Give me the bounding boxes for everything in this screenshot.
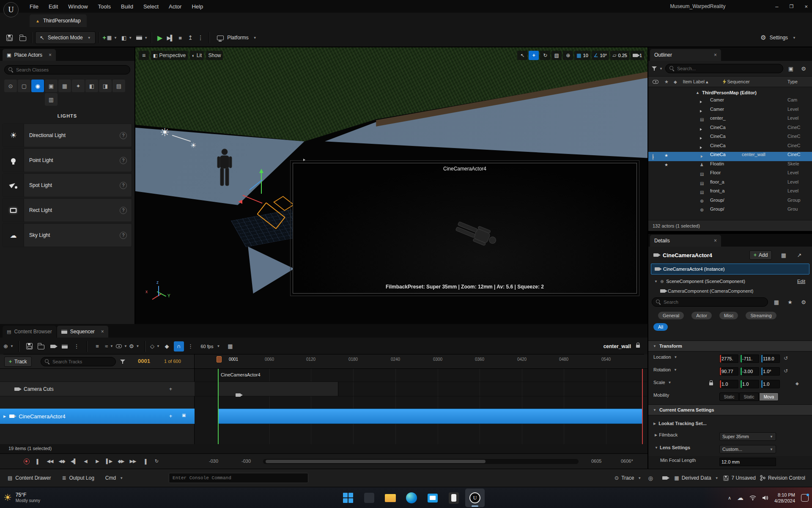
details-settings-icon[interactable]: ⚙ <box>798 297 809 307</box>
unsaved-button[interactable]: 7 Unsaved <box>723 475 756 481</box>
epic-games-icon[interactable] <box>444 489 464 507</box>
view-range-end-field[interactable]: 0606* <box>621 459 633 464</box>
timeline-scrollbar[interactable] <box>263 459 579 464</box>
previous-key-button[interactable]: ◀◆ <box>58 459 65 464</box>
location-label-dropdown[interactable]: Location▼ <box>653 354 678 360</box>
scale-lock-icon[interactable] <box>709 382 713 385</box>
scale-label-dropdown[interactable]: Scale▼ <box>653 380 671 385</box>
playback-start-field[interactable]: -030 <box>241 459 251 464</box>
insights-icon[interactable]: ◎ <box>645 473 656 483</box>
item-label-column[interactable]: Item Label ▴ <box>683 79 708 85</box>
track-filter-icon[interactable] <box>120 360 126 364</box>
viewport-options-icon[interactable]: ≡ <box>139 51 149 60</box>
details-search[interactable] <box>652 297 768 307</box>
filter-streaming[interactable]: Streaming <box>746 312 776 319</box>
binding-icon[interactable]: ▣ <box>182 413 186 417</box>
reset-location-icon[interactable]: ↺ <box>784 355 788 361</box>
menu-window[interactable]: Window <box>63 0 93 13</box>
edit-link[interactable]: Edit <box>797 279 805 284</box>
favorite-icon[interactable]: ★ <box>664 162 668 167</box>
scale-y-field[interactable]: 1.0 <box>740 380 759 388</box>
start-button[interactable] <box>338 489 358 507</box>
gizmo-axis-red[interactable] <box>242 195 262 204</box>
go-to-end-button[interactable]: ▶▶ <box>129 459 136 464</box>
track-search[interactable] <box>41 357 116 366</box>
minimize-button[interactable]: – <box>775 3 778 10</box>
outliner-root-row[interactable]: ▲ ThirdPersonMap (Editor) <box>648 88 812 97</box>
lights-category-icon[interactable]: ◉ <box>31 80 44 92</box>
pin-column-icon[interactable]: ◆ <box>674 80 677 84</box>
close-icon[interactable]: × <box>49 52 52 58</box>
reset-rotation-icon[interactable]: ↺ <box>784 368 788 374</box>
geometry-category-icon[interactable]: ◧ <box>85 80 98 92</box>
clock-widget[interactable]: 8:10 PM 4/28/2024 <box>774 492 795 504</box>
type-column[interactable]: Type <box>787 79 798 84</box>
transform-section-header[interactable]: ▼Transform <box>648 340 812 351</box>
filter-general[interactable]: General <box>658 312 684 319</box>
all-classes-category-icon[interactable]: ▤ <box>112 80 125 92</box>
file-explorer-icon[interactable] <box>381 489 400 507</box>
store-icon[interactable] <box>423 489 442 507</box>
move-tool-icon[interactable]: + <box>529 51 539 60</box>
sequencer-column[interactable]: Sequencer <box>723 79 750 84</box>
launch-button[interactable]: ↥ <box>185 33 195 43</box>
editor-mode-dropdown[interactable]: ↖ Selection Mode ▼ <box>35 31 96 44</box>
favorite-column-icon[interactable]: ★ <box>664 79 669 85</box>
skip-frame-button[interactable]: ▶▌ <box>165 33 175 43</box>
outliner-row[interactable]: CineCaCineC <box>648 125 812 134</box>
mobility-static-1[interactable]: Static <box>719 393 739 401</box>
visibility-column-icon[interactable] <box>653 80 658 84</box>
loop-button[interactable]: ↻ <box>153 459 160 464</box>
lens-preset-dropdown[interactable]: Custom...▼ <box>719 445 776 453</box>
save-sequence-icon[interactable] <box>24 341 34 351</box>
render-movie-icon[interactable] <box>60 341 70 351</box>
add-track-button[interactable]: +Track <box>4 357 32 367</box>
next-key-button[interactable]: ◆▶ <box>118 459 124 464</box>
next-frame-button[interactable]: ▌▶ <box>106 459 112 464</box>
camera-icon[interactable] <box>236 393 241 397</box>
location-y-field[interactable]: -711. <box>740 354 759 363</box>
outliner-row[interactable]: ★ ♟ FloatinSkele <box>648 161 812 170</box>
filmback-label[interactable]: ▶Filmback <box>653 432 678 437</box>
derived-data-dropdown[interactable]: ▦ Derived Data▼ <box>674 475 718 481</box>
view-range-start-field[interactable]: -030 <box>209 459 218 464</box>
scene-component-row[interactable]: ▼ ⊕ SceneComponent (SceneComponent) Edit <box>651 276 809 286</box>
close-icon[interactable]: × <box>101 329 104 335</box>
record-button[interactable] <box>24 459 30 464</box>
lens-settings-label[interactable]: ▼Lens Settings <box>653 445 690 450</box>
trace-dropdown[interactable]: ⊙ Trace▼ <box>614 475 641 481</box>
taskbar-app-icon[interactable] <box>359 489 379 507</box>
snap-keys-toggle[interactable]: ∩ <box>174 341 184 351</box>
keyframe-icon[interactable]: ◆ <box>796 381 799 386</box>
outliner-settings-icon[interactable]: ⚙ <box>798 63 809 74</box>
play-reverse-button[interactable]: ◀ <box>82 459 89 464</box>
console-input[interactable] <box>173 475 304 481</box>
weather-widget[interactable]: ☀ 75°F Mostly sunny <box>3 489 40 506</box>
visibility-dropdown[interactable]: ▼ <box>116 341 127 351</box>
revision-control-button[interactable]: Revision Control <box>760 475 805 481</box>
blueprints-dropdown[interactable]: ◧▼ <box>121 33 132 43</box>
fps-dropdown[interactable]: 60 fps▼ <box>198 341 224 351</box>
content-browser-tab[interactable]: ▤ Content Browser <box>3 326 56 338</box>
perspective-dropdown[interactable]: ◧Perspective <box>151 51 188 60</box>
set-end-button[interactable]: ▐ <box>141 459 148 464</box>
rotation-snap-toggle[interactable]: ∠10° <box>592 51 609 60</box>
new-folder-icon[interactable]: ▣ <box>786 63 796 74</box>
menu-file[interactable]: File <box>25 0 44 13</box>
timeline-area[interactable]: CineCameraActor4 <box>195 369 647 444</box>
playback-start-line[interactable] <box>218 369 219 444</box>
go-to-front-button[interactable]: ◀◀ <box>47 459 53 464</box>
camera-cuts-track-row[interactable]: Camera Cuts + <box>0 382 195 396</box>
outliner-row[interactable]: CamerCam <box>648 97 812 107</box>
help-icon[interactable]: ? <box>120 157 127 164</box>
menu-select[interactable]: Select <box>138 0 164 13</box>
play-forward-button[interactable]: ▶ <box>94 459 101 464</box>
onedrive-icon[interactable]: ☁ <box>737 494 743 502</box>
play-button[interactable]: ▶ <box>155 33 165 43</box>
light-item-spot[interactable]: Spot Light ? <box>3 173 132 197</box>
wifi-icon[interactable] <box>749 495 756 500</box>
volumes-category-icon[interactable]: ◨ <box>99 80 112 92</box>
light-item-point[interactable]: Point Light ? <box>3 148 132 172</box>
camera-settings-section-header[interactable]: ▼Current Camera Settings <box>648 404 812 415</box>
tray-chevron-icon[interactable]: ∧ <box>728 495 731 501</box>
